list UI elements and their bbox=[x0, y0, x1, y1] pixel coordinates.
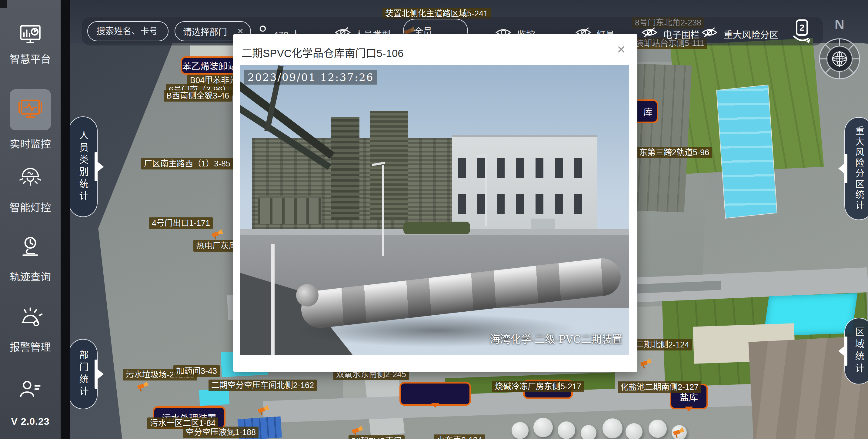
tab-label: 区域统计 bbox=[852, 327, 866, 375]
sidebar-item-label: 智慧平台 bbox=[0, 51, 61, 66]
modal-title: 二期SPVC化学品仓库南门口5-106 bbox=[242, 45, 404, 60]
sidebar-item-label: 报警管理 bbox=[0, 339, 61, 354]
map-camera-tag[interactable]: 二期北侧2-124 bbox=[633, 339, 692, 350]
sidebar-item-person-admin[interactable] bbox=[0, 377, 61, 404]
app-version: V 2.0.23 bbox=[0, 416, 61, 427]
pipe-rack bbox=[258, 196, 321, 224]
map-camera-tag[interactable]: 空分空压液氮1-188 bbox=[183, 427, 258, 438]
camera-icon[interactable] bbox=[210, 228, 224, 241]
camera-icon[interactable] bbox=[672, 427, 686, 439]
street-lamp bbox=[485, 156, 487, 226]
sidebar: 智慧平台实时监控智能灯控轨迹查询报警管理 V 2.0.23 bbox=[0, 0, 61, 439]
map-balloon-label[interactable]: 苯乙烯装卸站 bbox=[181, 56, 238, 75]
fence-toggle-label[interactable]: 电子围栏 bbox=[663, 27, 700, 40]
app-screen: 苯乙烯装卸站污水处理装置盐库库B04甲苯非芳3-106号门南（3-96）B西南侧… bbox=[0, 0, 868, 439]
view-badge-number: 2 bbox=[800, 23, 805, 33]
map-camera-tag[interactable]: 加药间3-43 bbox=[173, 365, 220, 377]
bushes bbox=[403, 222, 470, 234]
sidebar-item-track-query[interactable] bbox=[0, 234, 61, 261]
department-select-value: 请选择部门 bbox=[183, 25, 227, 37]
video-watermark: 海湾化学-二级-PVC二期装置 bbox=[490, 331, 622, 346]
camera-icon[interactable] bbox=[639, 357, 653, 370]
map-camera-tag[interactable]: 厂区南主路西（1）3-85 bbox=[141, 158, 233, 170]
tab-department-stats[interactable]: 部门统计 bbox=[68, 339, 98, 409]
compass-north-label: N bbox=[818, 17, 861, 32]
corner-notch bbox=[0, 0, 7, 8]
sidebar-item-label: 智能灯控 bbox=[0, 200, 61, 214]
track-clock-icon bbox=[18, 234, 43, 260]
risk-zone-toggle-label[interactable]: 重大风险分区 bbox=[724, 27, 778, 40]
sidebar-item-realtime-monitor[interactable] bbox=[0, 96, 61, 123]
pipe-end-cap bbox=[296, 284, 318, 306]
map-camera-tag[interactable]: 5#和PVC南门 bbox=[348, 435, 405, 439]
map-camera-tag[interactable]: 二期空分空压车间北侧2-162 bbox=[209, 380, 317, 391]
compass[interactable] bbox=[818, 37, 861, 81]
tab-area-stats[interactable]: 区域统计 bbox=[844, 318, 868, 384]
map-camera-tag[interactable]: B西南侧全貌3-46 bbox=[164, 90, 232, 101]
tab-person-category-stats[interactable]: 人员类别统计 bbox=[68, 116, 98, 217]
tab-label: 重大风险分区统计 bbox=[852, 126, 866, 211]
white-pole bbox=[271, 244, 275, 355]
search-input[interactable] bbox=[96, 26, 156, 37]
sidebar-item-smart-light[interactable] bbox=[0, 164, 61, 191]
view-switch-button[interactable]: 2 bbox=[792, 20, 813, 43]
sidebar-item-label: 轨迹查询 bbox=[0, 269, 61, 284]
tab-label: 部门统计 bbox=[76, 350, 90, 399]
camera-icon[interactable] bbox=[136, 380, 150, 393]
street-lamp bbox=[382, 165, 384, 256]
sidebar-item-alarm-manage[interactable] bbox=[0, 305, 61, 332]
balloon-pointer-icon bbox=[685, 407, 693, 416]
map-camera-tag[interactable]: 东第三跨2轨道5-96 bbox=[637, 147, 712, 158]
close-icon[interactable]: ✕ bbox=[617, 43, 626, 56]
eye-slash-icon-risk-zone[interactable] bbox=[701, 27, 718, 39]
map-camera-tag[interactable]: 烧碱冷冻厂房东侧5-217 bbox=[492, 381, 584, 392]
camera-icon[interactable] bbox=[256, 404, 271, 416]
video-timestamp: 2023/09/01 12:37:26 bbox=[244, 70, 377, 85]
camera-video-frame: 2023/09/01 12:37:26 海湾化学-二级-PVC二期装置 bbox=[240, 65, 629, 355]
tab-label: 人员类别统计 bbox=[76, 130, 90, 203]
map-camera-tag[interactable]: 化盐池二期南侧2-127 bbox=[618, 381, 701, 393]
map-camera-tag[interactable]: 小东南2-134 bbox=[434, 435, 485, 439]
map-camera-tag[interactable]: 4号门出口1-171 bbox=[149, 217, 213, 229]
collapse-handle-icon[interactable] bbox=[837, 153, 847, 184]
sidebar-divider bbox=[61, 0, 70, 439]
tab-risk-zone-stats[interactable]: 重大风险分区统计 bbox=[844, 117, 868, 220]
camera-preview-modal: 二期SPVC化学品仓库南门口5-106 ✕ bbox=[233, 34, 638, 372]
eye-slash-icon-fence[interactable] bbox=[641, 27, 658, 39]
collapse-handle-icon[interactable] bbox=[95, 359, 105, 389]
dashboard-monitor-icon bbox=[18, 22, 43, 47]
map-balloon-label[interactable] bbox=[399, 382, 471, 406]
collapse-handle-icon[interactable] bbox=[837, 336, 847, 366]
sidebar-item-smart-platform[interactable] bbox=[0, 22, 61, 49]
compass-icon bbox=[818, 37, 861, 81]
person-list-icon bbox=[18, 377, 43, 403]
swoosh-arrow-icon bbox=[792, 35, 813, 45]
collapse-handle-icon[interactable] bbox=[95, 152, 105, 182]
lamp-icon bbox=[18, 164, 43, 189]
search-name-card-field[interactable] bbox=[87, 21, 168, 41]
pulse-monitor-icon bbox=[18, 96, 43, 122]
alarm-bell-icon bbox=[18, 305, 43, 330]
sidebar-item-label: 实时监控 bbox=[0, 136, 61, 151]
white-building bbox=[452, 135, 597, 244]
plant-tower bbox=[331, 117, 360, 220]
balloon-pointer-icon bbox=[431, 403, 439, 412]
